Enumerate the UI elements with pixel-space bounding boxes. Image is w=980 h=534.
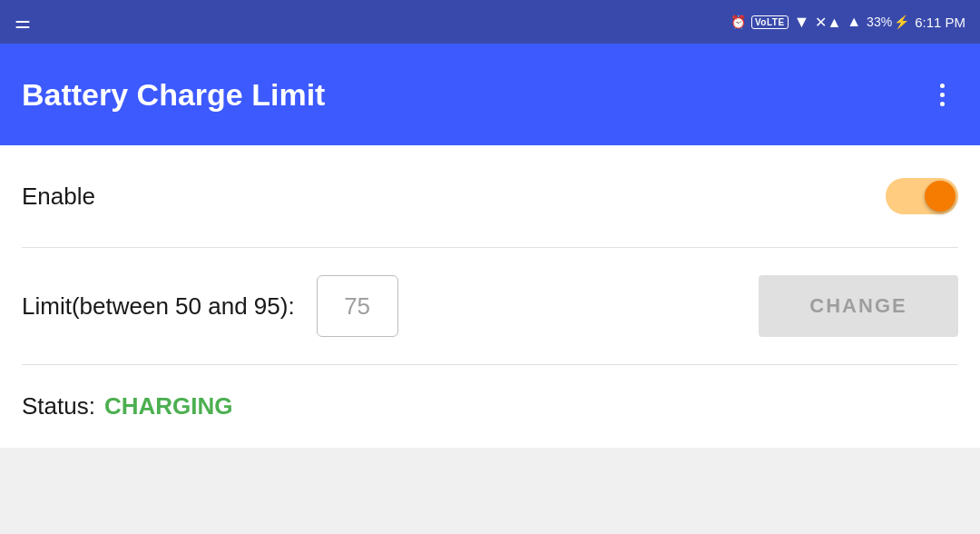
change-button[interactable]: CHANGE [759,275,958,337]
limit-value-box[interactable]: 75 [317,275,398,337]
status-label: Status: [22,392,95,420]
main-content: Enable Limit(between 50 and 95): 75 CHAN… [0,145,980,448]
enable-label: Enable [22,183,95,211]
dot2 [940,93,945,97]
status-value: CHARGING [104,392,233,420]
toggle-thumb [925,181,956,212]
bolt-icon: ⚡ [894,15,909,29]
app-title: Battery Charge Limit [22,77,325,113]
battery-stack-icon: ⚌ [15,11,31,33]
limit-label: Limit(between 50 and 95): [22,292,295,321]
status-bar-left: ⚌ [15,11,31,33]
status-row: Status: CHARGING [22,365,958,448]
status-bar: ⚌ ⏰ VoLTE ▼ ✕▲ ▲ 33% ⚡ 6:11 PM [0,0,980,44]
limit-value: 75 [344,292,370,321]
time-display: 6:11 PM [915,15,965,30]
signal-r-icon: ✕▲ [815,14,841,31]
enable-row: Enable [22,145,958,248]
status-bar-right: ⏰ VoLTE ▼ ✕▲ ▲ 33% ⚡ 6:11 PM [730,13,965,32]
signal-r2-icon: ▲ [847,14,861,30]
battery-percent: 33% ⚡ [867,15,909,29]
wifi-icon: ▼ [794,13,810,32]
dot1 [940,84,945,88]
dot3 [940,102,945,106]
volte-badge: VoLTE [751,15,789,29]
enable-toggle[interactable] [886,178,958,214]
alarm-icon: ⏰ [730,15,746,29]
more-options-button[interactable] [926,84,958,106]
app-header: Battery Charge Limit [0,44,980,145]
limit-row: Limit(between 50 and 95): 75 CHANGE [22,248,958,365]
